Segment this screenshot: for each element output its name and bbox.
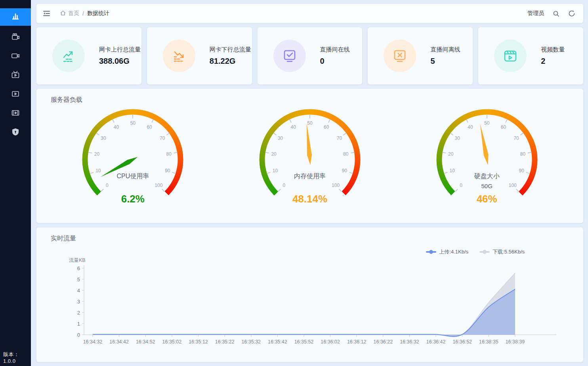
search-icon[interactable] bbox=[553, 10, 559, 17]
svg-text:16:35:32: 16:35:32 bbox=[241, 339, 261, 345]
movie-camera-icon bbox=[11, 32, 20, 43]
gauge-sublabel: 50G bbox=[428, 183, 546, 189]
traffic-down-icon bbox=[163, 40, 195, 72]
svg-text:6: 6 bbox=[77, 265, 80, 271]
stat-card-value: 388.06G bbox=[99, 57, 141, 66]
sidebar-item-video-camera[interactable] bbox=[0, 48, 31, 65]
stat-card-value: 2 bbox=[541, 57, 565, 66]
svg-text:16:34:52: 16:34:52 bbox=[136, 339, 155, 345]
svg-text:1: 1 bbox=[77, 321, 80, 327]
breadcrumb-current: 数据统计 bbox=[87, 10, 109, 17]
gauges-row: 0102030405060708090100 CPU使用率 6.2% 01020… bbox=[36, 104, 583, 223]
clapperboard-play-icon bbox=[494, 40, 527, 72]
stat-card-rooms-offline: 直播间离线 5 bbox=[368, 27, 473, 84]
stat-card-label: 直播间离线 bbox=[430, 46, 460, 53]
gauge-value: 48.14% bbox=[250, 193, 369, 205]
home-icon bbox=[60, 10, 66, 17]
svg-text:16:36:42: 16:36:42 bbox=[426, 339, 446, 345]
gauge-cpu: 0102030405060708090100 CPU使用率 6.2% bbox=[73, 104, 192, 223]
user-name[interactable]: 管理员 bbox=[527, 10, 544, 17]
sidebar-item-live-camera[interactable] bbox=[0, 29, 31, 46]
stat-card-video-count: 视频数量 2 bbox=[478, 27, 583, 84]
collapse-sidebar-icon[interactable] bbox=[43, 10, 50, 17]
stat-card-value: 0 bbox=[320, 57, 350, 66]
svg-text:16:36:32: 16:36:32 bbox=[400, 339, 419, 345]
traffic-up-icon bbox=[52, 40, 85, 72]
svg-text:16:38:35: 16:38:35 bbox=[479, 339, 498, 345]
svg-text:16:35:42: 16:35:42 bbox=[268, 339, 287, 345]
svg-text:4: 4 bbox=[77, 288, 80, 294]
svg-text:16:36:22: 16:36:22 bbox=[374, 339, 393, 345]
stat-card-label: 网卡上行总流量 bbox=[99, 46, 141, 53]
version-label: 版本： 1.0.0 bbox=[3, 351, 31, 364]
refresh-icon[interactable] bbox=[568, 10, 575, 17]
stat-card-rooms-online: 直播间在线 0 bbox=[258, 27, 363, 84]
legend-item-download[interactable]: 下载:5.56Kb/s bbox=[479, 248, 525, 255]
svg-text:16:38:39: 16:38:39 bbox=[506, 339, 525, 345]
bar-chart-icon bbox=[11, 12, 20, 22]
sidebar: 版本： 1.0.0 bbox=[0, 0, 31, 366]
svg-text:5: 5 bbox=[77, 276, 80, 282]
svg-text:3: 3 bbox=[77, 299, 80, 305]
stat-cards-row: 网卡上行总流量 388.06G 网卡下行总流量 81.22G 直播间在线 0 bbox=[36, 27, 583, 84]
svg-text:16:35:52: 16:35:52 bbox=[294, 339, 314, 345]
gauge-label: 内存使用率 bbox=[250, 172, 369, 181]
gauge-memory: 0102030405060708090100 内存使用率 48.14% bbox=[250, 104, 369, 223]
server-load-panel: 服务器负载 0102030405060708090100 CPU使用率 6.2%… bbox=[36, 89, 583, 223]
svg-text:16:35:12: 16:35:12 bbox=[189, 339, 208, 345]
legend-item-upload[interactable]: 上传:4.1Kb/s bbox=[426, 248, 468, 255]
stat-card-net-down: 网卡下行总流量 81.22G bbox=[147, 27, 252, 84]
film-strip-icon bbox=[11, 108, 20, 119]
server-load-title: 服务器负载 bbox=[36, 89, 583, 104]
shield-lock-icon bbox=[11, 127, 20, 138]
flow-chart: 流量KB012345616:34:3216:34:4216:34:5216:35… bbox=[36, 255, 583, 356]
stat-card-value: 81.22G bbox=[210, 57, 251, 66]
legend-label-upload: 上传:4.1Kb/s bbox=[439, 248, 468, 255]
sidebar-item-tv[interactable] bbox=[0, 67, 31, 84]
svg-text:16:35:22: 16:35:22 bbox=[215, 339, 235, 345]
realtime-flow-panel: 实时流量 上传:4.1Kb/s 下载:5.56Kb/s 流量KB01234561… bbox=[36, 227, 583, 362]
monitor-check-icon bbox=[273, 40, 306, 72]
sidebar-item-stats[interactable] bbox=[0, 8, 31, 26]
stat-card-net-up: 网卡上行总流量 388.06G bbox=[36, 27, 141, 84]
sidebar-item-film[interactable] bbox=[0, 105, 31, 122]
video-camera-icon bbox=[11, 51, 20, 62]
sidebar-item-security[interactable] bbox=[0, 124, 31, 141]
stat-card-label: 视频数量 bbox=[541, 46, 565, 53]
tv-play-icon bbox=[11, 70, 20, 81]
gauge-label: 硬盘大小 bbox=[428, 172, 546, 181]
svg-text:16:35:02: 16:35:02 bbox=[162, 339, 182, 345]
monitor-play-icon bbox=[11, 89, 20, 100]
svg-text:16:36:02: 16:36:02 bbox=[321, 339, 340, 345]
gauge-label: CPU使用率 bbox=[73, 172, 192, 181]
chart-legend: 上传:4.1Kb/s 下载:5.56Kb/s bbox=[36, 243, 583, 255]
stat-card-label: 网卡下行总流量 bbox=[210, 46, 251, 53]
realtime-flow-title: 实时流量 bbox=[36, 227, 583, 243]
svg-text:0: 0 bbox=[77, 332, 80, 338]
svg-text:16:34:42: 16:34:42 bbox=[109, 339, 129, 345]
svg-text:16:34:32: 16:34:32 bbox=[83, 339, 103, 345]
main-content: 首页 / 数据统计 管理员 网卡上行总流量 388.06G bbox=[31, 0, 588, 366]
gauge-disk: 0102030405060708090100 硬盘大小 50G 46% bbox=[428, 104, 546, 223]
legend-label-download: 下载:5.56Kb/s bbox=[493, 248, 525, 255]
gauge-value: 46% bbox=[428, 193, 546, 205]
top-bar: 首页 / 数据统计 管理员 bbox=[36, 4, 583, 23]
stat-card-label: 直播间在线 bbox=[320, 46, 350, 53]
monitor-x-icon bbox=[384, 40, 416, 72]
stat-card-value: 5 bbox=[430, 57, 460, 66]
svg-text:16:36:12: 16:36:12 bbox=[347, 339, 367, 345]
gauge-value: 6.2% bbox=[73, 193, 192, 205]
svg-text:16:36:52: 16:36:52 bbox=[452, 339, 472, 345]
breadcrumb-home[interactable]: 首页 bbox=[60, 10, 79, 17]
legend-marker-upload bbox=[426, 251, 436, 253]
breadcrumb-separator: / bbox=[82, 10, 84, 17]
sidebar-item-monitor[interactable] bbox=[0, 86, 31, 103]
legend-marker-download bbox=[479, 251, 490, 253]
svg-text:2: 2 bbox=[77, 310, 80, 316]
svg-text:流量KB: 流量KB bbox=[69, 257, 86, 263]
